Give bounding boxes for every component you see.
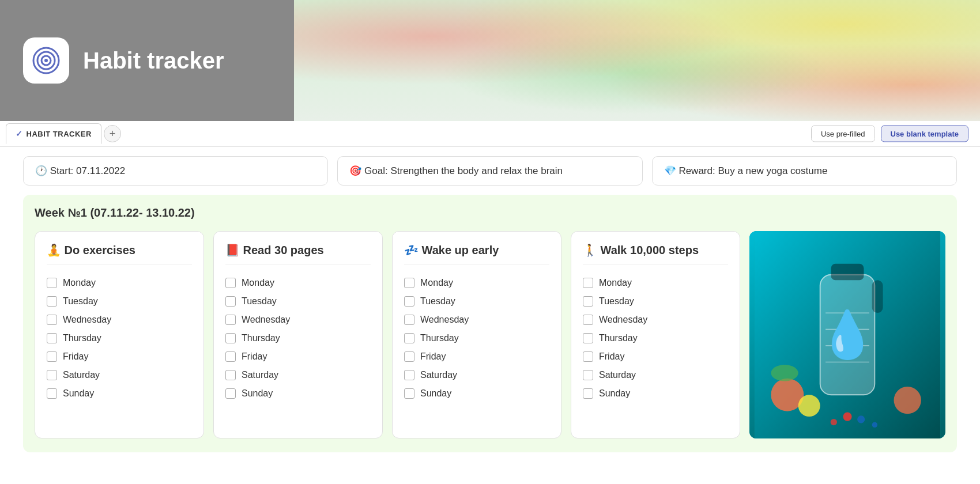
checkbox-walk-steps-tuesday[interactable] — [583, 296, 593, 307]
day-label: Thursday — [63, 333, 101, 343]
checkbox-do-exercises-monday[interactable] — [47, 278, 57, 288]
checkbox-wake-up-early-sunday[interactable] — [404, 388, 414, 399]
day-label: Friday — [420, 351, 446, 362]
checkbox-walk-steps-saturday[interactable] — [583, 370, 593, 380]
day-label: Thursday — [599, 333, 638, 343]
list-item: Tuesday — [404, 292, 549, 311]
checkbox-read-pages-monday[interactable] — [225, 278, 236, 288]
svg-point-14 — [798, 395, 820, 417]
checkbox-read-pages-tuesday[interactable] — [225, 296, 236, 307]
day-label: Monday — [63, 278, 96, 288]
list-item: Thursday — [583, 329, 728, 347]
checkbox-read-pages-thursday[interactable] — [225, 333, 236, 343]
use-prefilled-button[interactable]: Use pre-filled — [811, 126, 875, 142]
app-icon — [23, 37, 69, 84]
day-label: Tuesday — [599, 296, 634, 307]
list-item: Sunday — [225, 384, 371, 403]
list-item: Thursday — [225, 329, 371, 347]
habit-title-wake-up-early: 💤 Wake up early — [404, 243, 549, 264]
checkbox-walk-steps-wednesday[interactable] — [583, 315, 593, 325]
habit-title-walk-steps: 🚶 Walk 10,000 steps — [583, 243, 728, 264]
habit-card-read-pages: 📕 Read 30 pagesMondayTuesdayWednesdayThu… — [213, 231, 383, 438]
checkbox-read-pages-sunday[interactable] — [225, 388, 236, 399]
list-item: Monday — [583, 274, 728, 292]
day-label: Sunday — [420, 388, 451, 399]
list-item: Monday — [404, 274, 549, 292]
checkbox-walk-steps-monday[interactable] — [583, 278, 593, 288]
checkbox-do-exercises-wednesday[interactable] — [47, 315, 57, 325]
habit-card-walk-steps: 🚶 Walk 10,000 stepsMondayTuesdayWednesda… — [571, 231, 740, 438]
habits-grid: 🧘 Do exercisesMondayTuesdayWednesdayThur… — [35, 231, 945, 438]
habit-title-read-pages: 📕 Read 30 pages — [225, 243, 371, 264]
list-item: Thursday — [404, 329, 549, 347]
svg-point-3 — [44, 59, 48, 62]
svg-rect-6 — [820, 275, 875, 395]
checkbox-wake-up-early-thursday[interactable] — [404, 333, 414, 343]
list-item: Tuesday — [47, 292, 192, 311]
list-item: Saturday — [404, 366, 549, 384]
day-label: Tuesday — [420, 296, 455, 307]
list-item: Sunday — [583, 384, 728, 403]
day-label: Saturday — [599, 370, 636, 380]
day-label: Monday — [420, 278, 453, 288]
goal-card: 🎯 Goal: Strengthen the body and relax th… — [337, 156, 642, 186]
checkbox-wake-up-early-friday[interactable] — [404, 351, 414, 362]
tab-check-icon: ✓ — [16, 129, 23, 138]
checkbox-wake-up-early-monday[interactable] — [404, 278, 414, 288]
habit-title-do-exercises: 🧘 Do exercises — [47, 243, 192, 264]
checkbox-do-exercises-sunday[interactable] — [47, 388, 57, 399]
svg-point-19 — [857, 415, 865, 423]
plus-icon: + — [110, 128, 116, 140]
list-item: Saturday — [47, 366, 192, 384]
day-label: Sunday — [63, 388, 94, 399]
page-header: Habit tracker — [0, 0, 980, 121]
tab-bar: ✓ HABIT TRACKER + Use pre-filled Use bla… — [0, 121, 980, 147]
goal-text: 🎯 Goal: Strengthen the body and relax th… — [349, 165, 563, 177]
list-item: Tuesday — [583, 292, 728, 311]
checkbox-do-exercises-thursday[interactable] — [47, 333, 57, 343]
svg-point-15 — [894, 387, 921, 414]
list-item: Friday — [225, 347, 371, 366]
day-label: Sunday — [599, 388, 630, 399]
use-blank-button[interactable]: Use blank template — [881, 126, 969, 142]
checkbox-do-exercises-saturday[interactable] — [47, 370, 57, 380]
list-item: Wednesday — [404, 311, 549, 329]
checkbox-read-pages-wednesday[interactable] — [225, 315, 236, 325]
checkbox-wake-up-early-saturday[interactable] — [404, 370, 414, 380]
day-label: Sunday — [242, 388, 273, 399]
tab-add-button[interactable]: + — [104, 125, 121, 142]
day-label: Wednesday — [242, 315, 290, 325]
tab-habit-tracker-label: HABIT TRACKER — [27, 130, 92, 138]
checkbox-walk-steps-thursday[interactable] — [583, 333, 593, 343]
list-item: Friday — [47, 347, 192, 366]
day-label: Wednesday — [420, 315, 469, 325]
header-left: Habit tracker — [0, 0, 294, 121]
checkbox-walk-steps-friday[interactable] — [583, 351, 593, 362]
svg-point-20 — [872, 422, 877, 428]
list-item: Friday — [583, 347, 728, 366]
start-text: 🕐 Start: 07.11.2022 — [35, 165, 125, 177]
checkbox-walk-steps-sunday[interactable] — [583, 388, 593, 399]
list-item: Tuesday — [225, 292, 371, 311]
tab-habit-tracker[interactable]: ✓ HABIT TRACKER — [6, 123, 101, 144]
checkbox-do-exercises-tuesday[interactable] — [47, 296, 57, 307]
info-bar: 🕐 Start: 07.11.2022 🎯 Goal: Strengthen t… — [0, 147, 980, 195]
list-item: Thursday — [47, 329, 192, 347]
list-item: Saturday — [225, 366, 371, 384]
checkbox-read-pages-saturday[interactable] — [225, 370, 236, 380]
checkbox-do-exercises-friday[interactable] — [47, 351, 57, 362]
day-label: Friday — [599, 351, 624, 362]
list-item: Monday — [47, 274, 192, 292]
checkbox-wake-up-early-tuesday[interactable] — [404, 296, 414, 307]
week-section: Week №1 (07.11.22- 13.10.22) 🧘 Do exerci… — [23, 195, 957, 452]
list-item: Sunday — [47, 384, 192, 403]
day-label: Thursday — [420, 333, 459, 343]
checkbox-read-pages-friday[interactable] — [225, 351, 236, 362]
checkbox-wake-up-early-wednesday[interactable] — [404, 315, 414, 325]
list-item: Friday — [404, 347, 549, 366]
day-label: Friday — [63, 351, 88, 362]
svg-rect-8 — [872, 280, 883, 313]
list-item: Sunday — [404, 384, 549, 403]
svg-point-18 — [831, 419, 837, 425]
day-label: Saturday — [63, 370, 100, 380]
